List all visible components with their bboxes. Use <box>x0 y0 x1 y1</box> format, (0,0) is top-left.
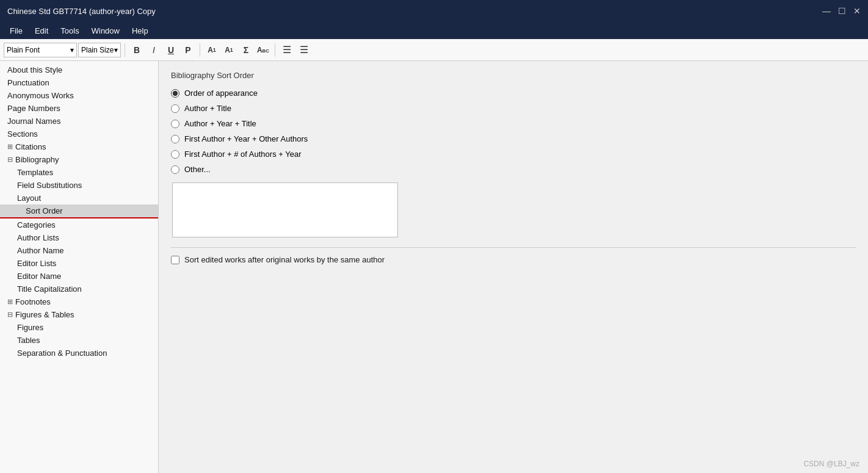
sidebar-item-sections[interactable]: Sections <box>0 128 158 140</box>
radio-author-year-title-label: Author + Year + Title <box>184 119 256 128</box>
align-right-button[interactable]: ☰ <box>296 43 312 57</box>
sidebar-item-anonymous-works[interactable]: Anonymous Works <box>0 89 158 102</box>
toolbar-separator-2 <box>200 43 200 57</box>
sidebar: About this Style Punctuation Anonymous W… <box>0 61 159 473</box>
radio-author-title-label: Author + Title <box>184 104 231 113</box>
sidebar-item-about[interactable]: About this Style <box>0 63 158 76</box>
radio-first-author-num-year[interactable]: First Author + # of Authors + Year <box>171 150 856 159</box>
window-title: Chinese Std GBT7714 (author-year) Copy <box>7 7 156 16</box>
menu-edit[interactable]: Edit <box>30 25 53 37</box>
menu-tools[interactable]: Tools <box>56 25 84 37</box>
radio-author-title[interactable]: Author + Title <box>171 104 856 113</box>
sidebar-item-bibliography[interactable]: ⊟ Bibliography <box>0 153 158 166</box>
sidebar-item-author-name[interactable]: Author Name <box>0 244 158 257</box>
radio-other-label: Other... <box>184 165 211 174</box>
sidebar-item-figures[interactable]: Figures <box>0 321 158 334</box>
figures-tables-expand-icon: ⊟ <box>7 311 13 319</box>
anonymous-works-label: Anonymous Works <box>7 91 74 100</box>
radio-first-author-num-year-label: First Author + # of Authors + Year <box>184 150 302 159</box>
bibliography-label: Bibliography <box>15 155 59 164</box>
size-selector[interactable]: Plain Size ▾ <box>78 43 121 57</box>
sort-edited-checkbox[interactable] <box>171 256 179 264</box>
radio-order-appearance-label: Order of appearance <box>184 88 258 98</box>
author-name-label: Author Name <box>17 246 64 255</box>
radio-first-author-num-year-input[interactable] <box>171 150 179 159</box>
font-selector[interactable]: Plain Font ▾ <box>4 43 77 57</box>
underline-button[interactable]: U <box>163 43 179 57</box>
radio-author-title-input[interactable] <box>171 104 179 113</box>
layout-label: Layout <box>17 193 41 203</box>
sidebar-item-editor-name[interactable]: Editor Name <box>0 270 158 283</box>
menu-bar: File Edit Tools Window Help <box>0 22 868 39</box>
menu-file[interactable]: File <box>5 25 27 37</box>
radio-order-appearance[interactable]: Order of appearance <box>171 88 856 98</box>
sidebar-item-page-numbers[interactable]: Page Numbers <box>0 102 158 115</box>
other-sort-text-area[interactable] <box>172 182 398 237</box>
sort-edited-label[interactable]: Sort edited works after original works b… <box>184 255 385 264</box>
separation-punctuation-label: Separation & Punctuation <box>17 348 107 358</box>
sections-label: Sections <box>7 129 38 139</box>
menu-help[interactable]: Help <box>127 25 153 37</box>
radio-other[interactable]: Other... <box>171 165 856 174</box>
sidebar-item-journal-names[interactable]: Journal Names <box>0 115 158 128</box>
footnotes-expand-icon: ⊞ <box>7 298 13 306</box>
close-button[interactable]: ✕ <box>853 6 861 16</box>
toolbar-separator-1 <box>125 43 125 57</box>
radio-first-author-year-others-input[interactable] <box>171 135 179 143</box>
right-panel: Bibliography Sort Order Order of appeara… <box>159 61 868 473</box>
toolbar-separator-3 <box>275 43 275 57</box>
title-bar: Chinese Std GBT7714 (author-year) Copy —… <box>0 0 868 22</box>
sidebar-item-title-capitalization[interactable]: Title Capitalization <box>0 283 158 295</box>
about-label: About this Style <box>7 65 62 74</box>
sidebar-item-author-lists[interactable]: Author Lists <box>0 231 158 244</box>
journal-names-label: Journal Names <box>7 117 60 126</box>
radio-order-appearance-input[interactable] <box>171 89 179 98</box>
align-left-button[interactable]: ☰ <box>279 43 295 57</box>
radio-first-author-year-others[interactable]: First Author + Year + Other Authors <box>171 134 856 143</box>
radio-author-year-title-input[interactable] <box>171 120 179 128</box>
sidebar-item-figures-tables[interactable]: ⊟ Figures & Tables <box>0 308 158 321</box>
punctuation-label: Punctuation <box>7 78 49 87</box>
editor-lists-label: Editor Lists <box>17 259 56 268</box>
radio-author-year-title[interactable]: Author + Year + Title <box>171 119 856 128</box>
subscript-button[interactable]: A1 <box>221 43 237 57</box>
sigma-button[interactable]: Σ <box>238 43 254 57</box>
citations-label: Citations <box>15 142 46 151</box>
sidebar-item-tables[interactable]: Tables <box>0 334 158 347</box>
menu-window[interactable]: Window <box>87 25 125 37</box>
author-lists-label: Author Lists <box>17 233 59 242</box>
sidebar-item-templates[interactable]: Templates <box>0 166 158 179</box>
sort-order-radio-group: Order of appearance Author + Title Autho… <box>171 88 856 174</box>
maximize-button[interactable]: ☐ <box>838 6 846 16</box>
minimize-button[interactable]: — <box>822 6 831 16</box>
plain-button[interactable]: P <box>180 43 196 57</box>
superscript-button[interactable]: A1 <box>204 43 220 57</box>
sidebar-item-layout[interactable]: Layout <box>0 192 158 204</box>
radio-other-input[interactable] <box>171 165 179 174</box>
sidebar-item-punctuation[interactable]: Punctuation <box>0 76 158 89</box>
main-container: About this Style Punctuation Anonymous W… <box>0 61 868 473</box>
italic-button[interactable]: I <box>146 43 162 57</box>
window-controls[interactable]: — ☐ ✕ <box>822 6 861 16</box>
font-dropdown-icon[interactable]: ▾ <box>70 46 74 54</box>
footnotes-label: Footnotes <box>15 297 51 306</box>
sort-edited-works-row: Sort edited works after original works b… <box>171 255 856 264</box>
sort-order-label: Sort Order <box>26 206 63 215</box>
field-substitutions-label: Field Substitutions <box>17 181 82 190</box>
sidebar-item-field-substitutions[interactable]: Field Substitutions <box>0 179 158 192</box>
tables-label: Tables <box>17 336 40 345</box>
sidebar-item-categories[interactable]: Categories <box>0 218 158 231</box>
toolbar: Plain Font ▾ Plain Size ▾ B I U P A1 A1 … <box>0 39 868 61</box>
templates-label: Templates <box>17 168 53 177</box>
sidebar-item-editor-lists[interactable]: Editor Lists <box>0 257 158 270</box>
sidebar-item-sort-order[interactable]: Sort Order <box>0 204 158 218</box>
figures-tables-label: Figures & Tables <box>15 310 74 319</box>
sidebar-item-citations[interactable]: ⊞ Citations <box>0 140 158 153</box>
editor-name-label: Editor Name <box>17 272 61 281</box>
size-dropdown-icon[interactable]: ▾ <box>114 46 118 54</box>
sidebar-item-separation-punctuation[interactable]: Separation & Punctuation <box>0 347 158 359</box>
watermark: CSDN @LBJ_wz <box>803 460 859 468</box>
bold-button[interactable]: B <box>129 43 145 57</box>
sidebar-item-footnotes[interactable]: ⊞ Footnotes <box>0 295 158 308</box>
smallcaps-button[interactable]: Abc <box>255 43 271 57</box>
